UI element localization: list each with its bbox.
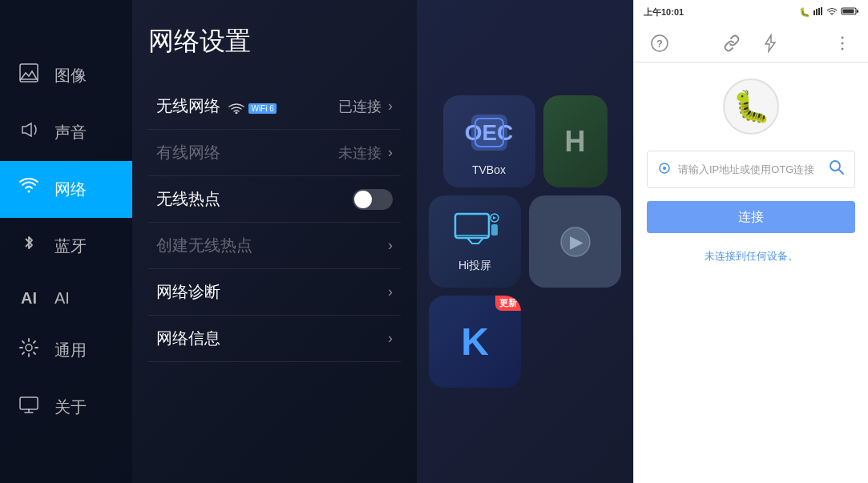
network-info-label: 网络信息 — [156, 328, 220, 349]
connect-button[interactable]: 连接 — [647, 201, 855, 233]
wired-chevron-icon: › — [388, 144, 393, 161]
diagnose-chevron-icon: › — [388, 284, 393, 300]
wifi-chevron-icon: › — [388, 98, 393, 115]
svg-rect-8 — [491, 224, 498, 235]
sidebar-label-network: 网络 — [55, 179, 87, 200]
sidebar-label-ai: AI — [55, 289, 70, 308]
svg-point-24 — [842, 47, 844, 50]
wired-label: 有线网络 — [156, 142, 220, 163]
diagnose-menu-item[interactable]: 网络诊断 › — [148, 269, 401, 316]
svg-point-27 — [830, 161, 840, 171]
create-hotspot-label: 创建无线热点 — [156, 235, 252, 256]
sidebar-item-bluetooth[interactable]: 蓝牙 — [0, 218, 132, 275]
hiscreen-app-label: Hi投屏 — [458, 259, 491, 273]
network-info-chevron-icon: › — [388, 330, 393, 347]
app-icon-kodi[interactable]: K 更新 — [429, 296, 521, 388]
sound-icon — [16, 119, 42, 147]
svg-rect-15 — [821, 7, 822, 15]
app-icon-hiscreen[interactable]: Hi投屏 — [429, 195, 521, 288]
app-icon-h[interactable]: H — [543, 95, 608, 187]
hotspot-label: 无线热点 — [156, 188, 220, 210]
page-title: 网络设置 — [148, 24, 401, 59]
sidebar-item-network[interactable]: 网络 — [0, 161, 132, 218]
sidebar-item-ai[interactable]: AI AI — [0, 275, 132, 322]
phone-status-bar: 上午10:01 🐛 — [634, 0, 868, 24]
svg-rect-2 — [20, 397, 38, 409]
sidebar-item-about[interactable]: 关于 — [0, 379, 132, 436]
toggle-knob — [354, 191, 372, 208]
svg-rect-14 — [818, 8, 820, 15]
placeholder-slot — [529, 296, 621, 388]
app-row-1: OEC TVBox H — [443, 95, 608, 187]
kodi-icon: K — [461, 320, 489, 364]
wifi-status-icon — [826, 7, 838, 17]
hotspot-toggle[interactable] — [353, 189, 393, 210]
create-hotspot-right: › — [388, 237, 393, 254]
avatar-icon: 🐛 — [733, 89, 770, 124]
wifi-menu-item[interactable]: 无线网络 WiFi 6 已连接 › — [148, 83, 401, 130]
network-info-right: › — [388, 330, 393, 347]
sidebar-label-about: 关于 — [55, 396, 87, 418]
phone-toolbar: ? — [634, 24, 868, 62]
svg-rect-13 — [816, 9, 818, 15]
svg-rect-7 — [455, 214, 489, 238]
svg-text:?: ? — [656, 38, 663, 50]
hotspot-menu-item[interactable]: 无线热点 — [148, 176, 401, 223]
h-app-icon: H — [565, 125, 586, 159]
connection-icon — [657, 161, 672, 179]
create-hotspot-menu-item[interactable]: 创建无线热点 › — [148, 223, 401, 269]
tv-settings-panel: 图像 声音 网络 — [0, 0, 417, 483]
phone-status-icons: 🐛 — [799, 6, 858, 18]
wifi-signal-icon: WiFi 6 — [228, 101, 277, 114]
sidebar-item-general[interactable]: 通用 — [0, 322, 132, 379]
more-options-button[interactable] — [830, 30, 855, 56]
network-info-menu-item[interactable]: 网络信息 › — [148, 316, 401, 362]
hotspot-toggle-container — [353, 189, 393, 210]
svg-point-26 — [663, 167, 666, 170]
svg-rect-19 — [857, 10, 858, 13]
no-device-text: 未连接到任何设备。 — [704, 249, 798, 264]
tv-icon — [16, 393, 42, 421]
wired-status-text: 未连接 — [338, 143, 382, 163]
toolbar-center-icons — [719, 30, 783, 56]
sidebar-item-sound[interactable]: 声音 — [0, 104, 132, 161]
network-settings-content: 网络设置 无线网络 WiFi 6 已连接 › — [132, 0, 417, 483]
sidebar: 图像 声音 网络 — [0, 0, 132, 483]
image-icon — [16, 62, 42, 90]
sidebar-label-general: 通用 — [55, 340, 87, 361]
ip-input-row[interactable]: 请输入IP地址或使用OTG连接 — [647, 151, 855, 188]
search-button[interactable] — [829, 159, 845, 179]
help-button[interactable]: ? — [647, 30, 672, 56]
flash-button[interactable] — [757, 30, 783, 56]
phone-time: 上午10:01 — [644, 6, 684, 18]
bluetooth-icon — [16, 232, 42, 260]
app-row-2: Hi投屏 ▶ — [429, 195, 621, 288]
ip-input-placeholder: 请输入IP地址或使用OTG连接 — [678, 163, 822, 177]
app-icon-tvbox[interactable]: OEC TVBox — [443, 95, 535, 187]
sidebar-item-image[interactable]: 图像 — [0, 47, 132, 104]
signal-icon — [813, 7, 823, 17]
svg-text:OEC: OEC — [464, 120, 513, 145]
svg-rect-18 — [843, 10, 854, 14]
app-grid-panel: OEC TVBox H Hi投屏 ▶ — [417, 0, 633, 483]
sidebar-label-sound: 声音 — [55, 122, 87, 143]
wifi-status-text: 已连接 — [338, 97, 382, 116]
battery-icon — [841, 6, 858, 18]
svg-text:▶: ▶ — [569, 233, 583, 251]
svg-rect-12 — [813, 10, 815, 15]
network-icon — [16, 175, 42, 203]
wired-menu-item[interactable]: 有线网络 未连接 › — [148, 130, 401, 176]
app-row-3: K 更新 — [429, 296, 621, 388]
notification-icon: 🐛 — [799, 7, 810, 18]
wired-status: 未连接 › — [338, 143, 393, 163]
phone-body: 🐛 请输入IP地址或使用OTG连接 连接 未连接到任何设备。 — [634, 62, 868, 483]
svg-point-16 — [831, 14, 833, 15]
phone-panel: 上午10:01 🐛 — [633, 0, 868, 483]
sidebar-label-bluetooth: 蓝牙 — [55, 235, 87, 257]
sidebar-label-image: 图像 — [55, 65, 87, 87]
link-button[interactable] — [719, 30, 745, 56]
wifi-label: 无线网络 WiFi 6 — [156, 95, 277, 117]
app-icon-partial[interactable]: ▶ — [529, 195, 621, 288]
ai-icon: AI — [16, 289, 42, 308]
wifi-5g-badge: WiFi 6 — [248, 103, 276, 114]
